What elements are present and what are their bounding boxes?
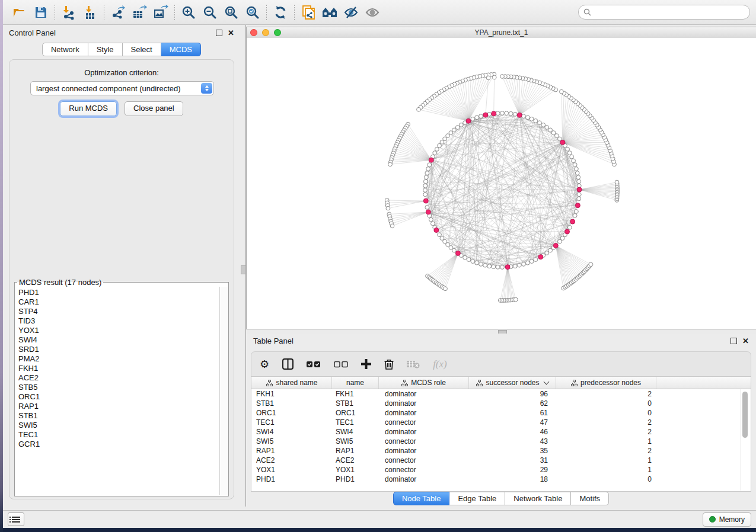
tab-edge-table[interactable]: Edge Table [449,492,505,505]
table-row[interactable]: STB1STB1dominator620 [251,399,751,408]
column-header-successor-nodes[interactable]: successor nodes [469,377,556,389]
column-header-label: MCDS role [411,379,446,387]
table-row[interactable]: FKH1FKH1dominator962 [251,389,751,399]
horizontal-splitter[interactable] [246,329,756,334]
table-scrollbar[interactable] [741,389,750,491]
column-header-MCDS-role[interactable]: MCDS role [379,377,469,389]
table-row[interactable]: YOX1YOX1connector291 [251,465,751,475]
mcds-result-item[interactable]: CAR1 [18,297,219,307]
network-canvas[interactable] [247,38,756,329]
add-column-icon[interactable] [361,359,371,369]
mcds-result-item[interactable]: SRD1 [18,345,219,354]
export-table-icon[interactable] [129,3,150,22]
import-network-icon[interactable] [58,3,79,22]
mcds-result-item[interactable]: FKH1 [18,364,219,373]
mcds-result-item[interactable]: STB1 [18,411,219,421]
table-row[interactable]: SWI4SWI4dominator462 [251,427,751,437]
table-row[interactable]: ORC1ORC1dominator610 [251,408,751,418]
first-neighbors-icon[interactable] [319,3,340,22]
float-table-panel-icon[interactable] [731,338,737,344]
tab-motifs[interactable]: Motifs [571,492,609,505]
mcds-result-item[interactable]: RAP1 [18,402,219,411]
cell-predecessor-nodes: 0 [556,475,656,483]
table-row[interactable]: TEC1TEC1connector472 [251,418,751,427]
tab-mcds[interactable]: MCDS [161,43,201,56]
save-session-icon[interactable] [30,3,52,22]
cell-successor-nodes: 18 [469,475,556,483]
close-table-panel-icon[interactable]: ✕ [742,338,749,344]
show-all-icon[interactable] [362,3,383,22]
table-settings-icon[interactable]: ⚙ [260,359,269,370]
delete-column-icon[interactable] [384,359,394,370]
column-header-predecessor-nodes[interactable]: predecessor nodes [556,377,656,389]
zoom-in-icon[interactable] [178,3,199,22]
close-panel-icon[interactable]: ✕ [228,30,234,36]
mcds-result-item[interactable]: TID3 [18,316,219,326]
delete-table-icon[interactable] [407,360,420,368]
cell-shared-name: PHD1 [253,475,332,483]
splitter-grip[interactable] [241,265,246,274]
memory-button[interactable]: Memory [703,512,751,527]
export-image-icon[interactable] [150,3,171,22]
open-file-icon[interactable] [9,3,30,22]
table-toolbar: ⚙ f(x) [251,351,751,376]
task-history-button[interactable] [8,512,24,526]
tab-network-table[interactable]: Network Table [505,492,571,505]
copy-network-icon[interactable] [298,3,319,22]
column-header-shared-name[interactable]: shared name [253,377,332,389]
mcds-result-item[interactable]: SWI5 [18,421,219,430]
mcds-tab-content: Optimization criterion: largest connecte… [9,59,234,499]
search-icon [583,8,591,16]
tab-style[interactable]: Style [88,43,123,56]
mcds-result-item[interactable]: STB5 [18,383,219,392]
search-input[interactable] [594,8,745,17]
function-builder-icon[interactable]: f(x) [433,358,447,370]
zoom-out-icon[interactable] [199,3,221,22]
cell-successor-nodes: 96 [469,390,556,398]
mcds-result-item[interactable]: SWI4 [18,335,219,345]
column-header-name[interactable]: name [332,377,379,389]
table-row[interactable]: PHD1PHD1dominator180 [251,475,751,484]
table-row[interactable]: RAP1RAP1dominator352 [251,446,751,456]
mcds-result-item[interactable]: TEC1 [18,430,219,440]
export-network-icon[interactable] [107,3,129,22]
network-window-titlebar[interactable]: YPA_prune.txt_1 [247,27,756,39]
import-table-icon[interactable] [79,3,101,22]
cell-name: FKH1 [332,390,379,398]
mcds-result-item[interactable]: YOX1 [18,326,219,335]
sort-menu-icon[interactable] [543,379,549,385]
memory-label: Memory [719,515,745,524]
table-scrollbar-thumb[interactable] [742,392,748,438]
select-all-rows-icon[interactable] [307,361,321,368]
table-row[interactable]: SWI5SWI5connector431 [251,437,751,446]
mcds-result-item[interactable]: ORC1 [18,392,219,402]
zoom-fit-icon[interactable] [221,3,242,22]
deselect-all-rows-icon[interactable] [334,361,348,368]
vertical-splitter[interactable] [240,25,246,507]
network-graph[interactable] [247,38,756,329]
search-box[interactable] [578,5,750,20]
hide-selected-icon[interactable] [340,3,362,22]
tab-node-table[interactable]: Node Table [393,492,450,505]
float-panel-icon[interactable] [216,30,222,36]
run-mcds-button[interactable]: Run MCDS [60,101,117,116]
tab-network[interactable]: Network [42,43,88,56]
refresh-icon[interactable] [270,3,291,22]
close-panel-button[interactable]: Close panel [125,101,183,116]
mcds-result-item[interactable]: STP4 [18,307,219,316]
tab-select[interactable]: Select [123,43,161,56]
cell-successor-nodes: 61 [469,409,556,417]
table-row[interactable]: ACE2ACE2connector311 [251,456,751,465]
dominator-node [492,111,496,116]
dominator-node [466,118,471,123]
mcds-result-item[interactable]: PMA2 [18,354,219,364]
split-columns-icon[interactable] [282,358,294,370]
dominator-node [426,210,430,214]
mcds-result-item[interactable]: ACE2 [18,373,219,383]
mcds-result-item[interactable]: GCR1 [18,440,219,449]
zoom-selected-icon[interactable] [242,3,263,22]
mcds-list-scrollbar[interactable] [219,287,228,495]
criterion-select[interactable]: largest connected component (undirected) [30,81,214,95]
cytoscape-window: Control Panel ✕ NetworkStyleSelectMCDS O… [3,0,756,528]
mcds-result-item[interactable]: PHD1 [18,288,219,297]
